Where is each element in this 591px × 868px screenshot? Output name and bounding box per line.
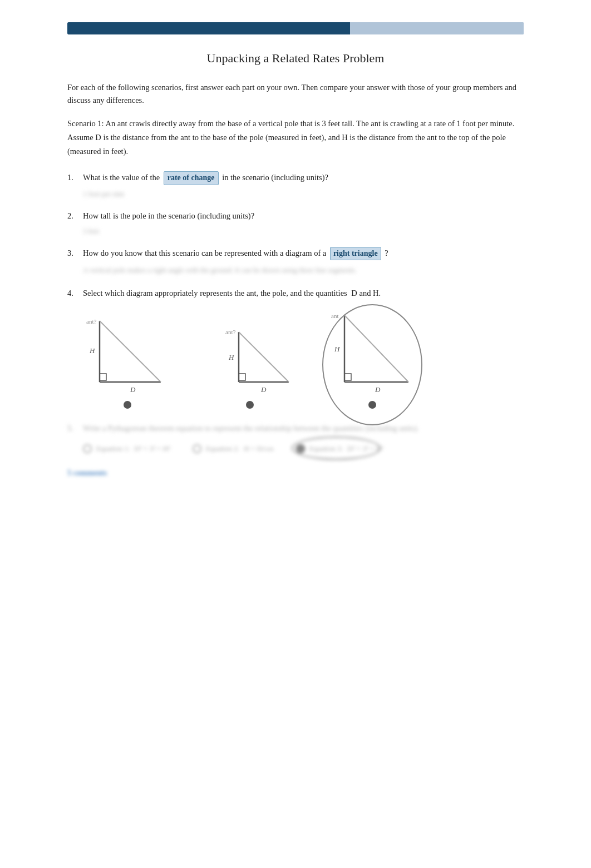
option-2-label: Equation 2:	[206, 444, 239, 453]
question-5-line: 5. Write a Pythagorean theorem equation …	[67, 422, 524, 440]
diagram-b[interactable]: H D ant?	[205, 310, 294, 409]
question-1-number: 1.	[67, 171, 83, 184]
question-3-suffix: ?	[385, 249, 388, 257]
question-2-prefix: How tall is the pole	[83, 211, 146, 220]
option-3: Equation 3: D² + 3² = H²	[296, 444, 383, 453]
question-5-options: Equation 1: D² + 3² = H² Equation 2: H =…	[83, 444, 524, 453]
diagram-c[interactable]: H D ant	[328, 310, 417, 409]
svg-line-2	[100, 321, 161, 382]
question-4-number: 4.	[67, 287, 83, 300]
progress-bar-fill	[67, 22, 350, 34]
question-4-main: Select which diagram appropriately repre…	[83, 289, 347, 297]
svg-text:D: D	[130, 385, 136, 394]
footer-comments: 5 comments	[67, 469, 524, 478]
svg-line-16	[344, 315, 408, 382]
svg-rect-10	[239, 374, 245, 380]
svg-text:H: H	[334, 345, 340, 353]
progress-bar	[67, 22, 524, 34]
option-2-circle	[193, 444, 201, 453]
diagram-a[interactable]: H D ant?	[83, 310, 172, 409]
question-3-text: How do you know that this scenario can b…	[83, 247, 524, 260]
question-4-d-h: D and H.	[351, 289, 381, 297]
question-3-prefix: How do you know that this scenario can b…	[83, 249, 326, 257]
question-3-line: 3. How do you know that this scenario ca…	[67, 247, 524, 260]
scenario-text: Scenario 1: An ant crawls directly away …	[67, 117, 524, 158]
question-1-answer: 1 foot per min	[83, 190, 183, 199]
question-3: 3. How do you know that this scenario ca…	[67, 247, 524, 276]
option-2: Equation 2: H = D/cos	[193, 444, 274, 453]
svg-line-9	[239, 332, 289, 382]
diagram-c-svg: H D ant	[328, 310, 417, 399]
question-5-text: Write a Pythagorean theorem equation to …	[83, 423, 419, 434]
question-3-answer: A vertical pole makes a right angle with…	[83, 265, 461, 276]
svg-text:ant: ant	[331, 313, 338, 319]
question-1-line: 1. What is the value of the rate of chan…	[67, 171, 524, 185]
svg-rect-3	[100, 374, 106, 380]
question-4-text: Select which diagram appropriately repre…	[83, 287, 524, 300]
option-3-ring	[292, 437, 381, 460]
question-2-number: 2.	[67, 210, 83, 222]
option-1: Equation 1: D² + 3² = H²	[83, 444, 170, 453]
svg-rect-17	[344, 374, 351, 380]
diagram-c-dot	[368, 401, 376, 409]
question-4: 4. Select which diagram appropriately re…	[67, 287, 524, 409]
diagram-b-dot	[246, 401, 254, 409]
svg-text:ant?: ant?	[225, 329, 235, 335]
question-2: 2. How tall is the pole in the scenario …	[67, 210, 524, 236]
question-1: 1. What is the value of the rate of chan…	[67, 171, 524, 198]
question-2-line: 2. How tall is the pole in the scenario …	[67, 210, 524, 222]
question-1-text: What is the value of the rate of change …	[83, 171, 524, 185]
option-1-value: D² + 3² = H²	[134, 444, 170, 453]
svg-text:H: H	[228, 353, 234, 361]
progress-bar-remaining	[350, 22, 524, 34]
option-1-circle	[83, 444, 92, 453]
option-1-label: Equation 1:	[96, 444, 130, 453]
option-2-value: H = D/cos	[244, 444, 274, 453]
diagram-a-svg: H D ant?	[83, 310, 172, 399]
question-5: 5. Write a Pythagorean theorem equation …	[67, 422, 524, 453]
question-5-number: 5.	[67, 422, 83, 435]
svg-text:D: D	[260, 385, 267, 394]
page-content: Unpacking a Related Rates Problem For ea…	[67, 34, 524, 511]
svg-text:D: D	[375, 385, 381, 394]
question-2-answer: 3 feet	[83, 227, 127, 236]
question-3-number: 3.	[67, 247, 83, 260]
question-1-suffix: in the scenario (including units)?	[222, 173, 328, 182]
diagrams-row: H D ant? H D	[83, 310, 524, 409]
question-2-text: How tall is the pole in the scenario (in…	[83, 210, 524, 222]
scenario-d-label: D is the distance from the ant to the ba…	[95, 133, 339, 142]
intro-text: For each of the following scenarios, fir…	[67, 81, 524, 107]
question-1-prefix: What is the value of the	[83, 173, 160, 182]
svg-text:ant?: ant?	[86, 318, 96, 325]
diagram-a-dot	[124, 401, 131, 409]
question-4-line: 4. Select which diagram appropriately re…	[67, 287, 524, 300]
question-1-highlight: rate of change	[164, 171, 219, 185]
svg-text:H: H	[89, 346, 95, 355]
page-title: Unpacking a Related Rates Problem	[67, 51, 524, 66]
question-2-suffix: in the scenario (including units)?	[148, 211, 254, 220]
question-3-highlight: right triangle	[330, 247, 381, 260]
diagram-b-svg: H D ant?	[205, 310, 294, 399]
